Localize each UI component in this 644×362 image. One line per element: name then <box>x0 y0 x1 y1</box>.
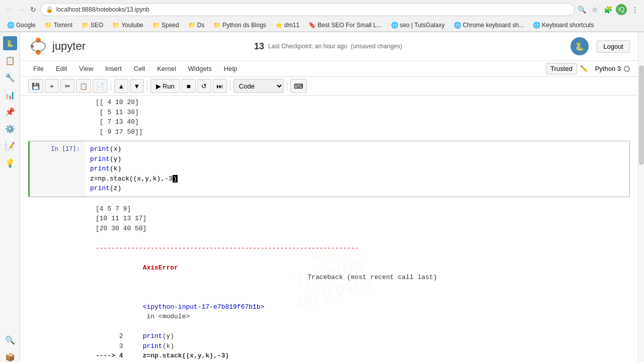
keyboard-shortcuts-button[interactable]: ⌨ <box>290 79 307 93</box>
bookmark-ds[interactable]: 📁 Ds <box>185 21 208 30</box>
nav-icons: 🔍 ☆ 🧩 IQ ⋮ <box>577 4 640 15</box>
cut-button[interactable]: ✂ <box>60 79 74 93</box>
kernel-status-circle <box>624 66 630 72</box>
forward-button[interactable]: → <box>16 5 26 15</box>
cell-17-output: [4 5 7 9] [10 11 13 17] [20 30 40 50] --… <box>20 199 638 363</box>
error-input-link: <ipython-input-17-e7b819f67b1b> in <modu… <box>96 292 630 331</box>
toolbar-separator-4 <box>287 81 287 91</box>
code-line-2: print(y) <box>90 154 624 164</box>
python-blogs-icon: 📁 <box>213 22 221 29</box>
bookmark-torrent[interactable]: 📁 Torrent <box>42 21 75 30</box>
ds-icon: 📁 <box>188 22 196 29</box>
cell-type-select[interactable]: Code <box>233 79 284 93</box>
python-logo-badge: 🐍 <box>571 37 589 55</box>
cell-17-prompt: In [17]: <box>30 141 85 197</box>
trusted-badge[interactable]: Trusted <box>546 63 577 74</box>
menu-edit[interactable]: Edit <box>51 63 72 74</box>
jupyter-app: 🐍 📋 🔧 📊 📌 ⚙️ 📝 💡 🔍 📦 jupyter <box>0 32 644 362</box>
notebook-name[interactable]: 13 <box>254 41 264 52</box>
left-sidebar: 🐍 📋 🔧 📊 📌 ⚙️ 📝 💡 🔍 📦 <box>0 32 20 362</box>
right-scrollbar[interactable] <box>638 32 644 362</box>
menu-kernel[interactable]: Kernel <box>152 63 181 74</box>
bookmark-tuts-galaxy[interactable]: 🌐 seo | TutsGalaxy <box>388 21 448 30</box>
bookmark-best-seo[interactable]: 🔖 Best SEO For Small L... <box>305 21 384 30</box>
more-icon[interactable]: ⋮ <box>630 5 640 15</box>
reload-button[interactable]: ↻ <box>28 5 38 15</box>
sidebar-icon-2[interactable]: 🔧 <box>3 70 17 84</box>
chrome-icon: 🌐 <box>454 22 461 29</box>
copy-button[interactable]: 📋 <box>76 79 91 93</box>
speed-icon: 📁 <box>152 22 160 29</box>
bookmark-youtube[interactable]: 📁 Youtube <box>109 21 146 30</box>
google-icon: 🌐 <box>7 22 15 29</box>
sidebar-icon-7[interactable]: 💡 <box>3 156 17 170</box>
cell-17[interactable]: In [17]: print(x) print(y) print(k) z=np… <box>28 141 630 197</box>
cell-17-content[interactable]: print(x) print(y) print(k) z=np.stack((x… <box>85 141 629 197</box>
sidebar-icon-1[interactable]: 📋 <box>3 53 17 67</box>
sidebar-icon-3[interactable]: 📊 <box>3 87 17 102</box>
trusted-area: Trusted ✏️ Python 3 <box>546 63 630 74</box>
menu-view[interactable]: View <box>74 63 98 74</box>
output-line-1: [4 5 7 9] <box>96 204 630 214</box>
dm11-icon: ⭐ <box>275 22 283 29</box>
search-icon[interactable]: 🔍 <box>577 5 587 15</box>
interrupt-button[interactable]: ■ <box>182 79 196 93</box>
menu-file[interactable]: File <box>28 63 49 74</box>
notebook-area[interactable]: [[ 4 10 20] [ 5 11 30] [ 7 13 40] [ 9 17… <box>20 96 638 362</box>
jupyter-main: jupyter 13 Last Checkpoint: an hour ago … <box>20 32 638 362</box>
bookmark-google[interactable]: 🌐 Google <box>4 21 39 30</box>
bookmark-speed[interactable]: 📁 Speed <box>149 21 182 30</box>
bookmark-chrome-keyboard[interactable]: 🌐 Chrome keyboard sh... <box>451 21 527 30</box>
code-line-3: print(k) <box>90 164 624 174</box>
menu-help[interactable]: Help <box>219 63 243 74</box>
move-up-button[interactable]: ▲ <box>114 79 128 93</box>
move-down-button[interactable]: ▼ <box>130 79 144 93</box>
sidebar-icon-9[interactable]: 📦 <box>3 350 17 362</box>
keyboard-icon: 🌐 <box>533 22 540 29</box>
star-icon[interactable]: ☆ <box>590 5 600 15</box>
menu-cell[interactable]: Cell <box>129 63 150 74</box>
menu-widgets[interactable]: Widgets <box>183 63 217 74</box>
edit-icon[interactable]: ✏️ <box>580 65 588 72</box>
paste-button[interactable]: 📄 <box>93 79 108 93</box>
kernel-label: Python 3 <box>595 65 621 72</box>
run-button[interactable]: ▶ Run <box>150 79 180 93</box>
back-button[interactable]: ← <box>4 5 14 15</box>
code-line-4: z=np.stack((x,y,k),-3) <box>90 174 624 184</box>
cell-17-code[interactable]: print(x) print(y) print(k) z=np.stack((x… <box>90 144 624 194</box>
scrollbar-thumb[interactable] <box>639 65 644 165</box>
output-line-3: [20 30 40 50] <box>96 224 630 234</box>
tb-line-3: 3 print(k) <box>96 341 630 351</box>
restart-run-button[interactable]: ⏭ <box>213 79 227 93</box>
address-bar[interactable]: 🔒 localhost:8888/notebooks/13.ipynb <box>40 3 575 16</box>
profile-icon[interactable]: IQ <box>616 4 627 15</box>
sidebar-icon-6[interactable]: 📝 <box>3 139 17 153</box>
output-line-2: [10 11 13 17] <box>96 214 630 224</box>
header-right: 🐍 Logout <box>571 37 630 55</box>
pre-cell-output: [[ 4 10 20] [ 5 11 30] [ 7 13 40] [ 9 17… <box>20 96 638 139</box>
error-traceback-header: Traceback (most recent call last) <box>143 274 437 281</box>
bookmark-python-blogs[interactable]: 📁 Python ds Blogs <box>210 21 269 30</box>
scrollbar-track[interactable] <box>638 32 644 362</box>
error-in-module: in <module> <box>143 313 190 320</box>
bookmark-seo[interactable]: 📁 SEO <box>78 21 106 30</box>
save-button[interactable]: 💾 <box>28 79 43 93</box>
sidebar-icon-5[interactable]: ⚙️ <box>3 122 17 136</box>
sidebar-icon-4[interactable]: 📌 <box>3 105 17 119</box>
browser-chrome: ← → ↻ 🔒 localhost:8888/notebooks/13.ipyn… <box>0 0 644 32</box>
add-cell-button[interactable]: + <box>45 79 59 93</box>
url-text: localhost:8888/notebooks/13.ipynb <box>56 6 569 13</box>
sidebar-icon-python[interactable]: 🐍 <box>3 36 17 50</box>
extension-icon[interactable]: 🧩 <box>603 5 613 15</box>
bookmark-keyboard-shortcuts[interactable]: 🌐 Keyboard shortcuts <box>530 21 597 30</box>
bookmark-dm11[interactable]: ⭐ dm11 <box>272 21 302 30</box>
code-line-5: print(z) <box>90 184 624 194</box>
menu-insert[interactable]: Insert <box>100 63 127 74</box>
tuts-icon: 🌐 <box>391 22 398 29</box>
pre-output-line-1: [[ 4 10 20] <box>96 98 630 108</box>
sidebar-icon-8[interactable]: 🔍 <box>3 333 17 347</box>
bookmarks-bar: 🌐 Google 📁 Torrent 📁 SEO 📁 Youtube 📁 Spe… <box>0 19 644 32</box>
torrent-icon: 📁 <box>45 22 52 29</box>
restart-button[interactable]: ↺ <box>197 79 211 93</box>
logout-button[interactable]: Logout <box>597 40 630 53</box>
